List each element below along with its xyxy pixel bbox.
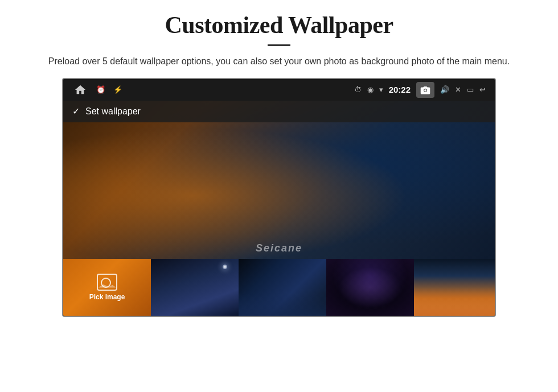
clock-icon: ⏱ [354,85,362,94]
wallpaper-preview: ✓ Set wallpaper Seicane [63,101,495,259]
checkmark-icon: ✓ [72,106,80,117]
status-right: ⏱ ◉ ▾ 20:22 🔊 ✕ ▭ ↩ [354,82,486,98]
svg-point-1 [424,89,426,91]
watermark: Seicane [256,242,302,254]
thumbnail-strip: Pick image [63,259,495,316]
status-left: ⏰ ⚡ [72,82,122,98]
back-icon[interactable]: ↩ [479,85,486,94]
device-mockup: ⏰ ⚡ ⏱ ◉ ▾ 20:22 🔊 ✕ ▭ ↩ [62,78,496,317]
home-icon [74,84,87,96]
wallpaper-thumb-3[interactable] [239,259,326,316]
home-button[interactable] [72,82,88,98]
set-wallpaper-bar: ✓ Set wallpaper [63,101,495,122]
title-divider [268,44,290,46]
camera-icon [420,85,430,94]
wallpaper-thumb-5[interactable] [414,259,495,316]
pick-image-label: Pick image [89,293,125,301]
time-display: 20:22 [389,85,411,94]
wallpaper-thumb-2[interactable] [151,259,239,316]
camera-button[interactable] [416,82,434,98]
location-icon: ◉ [367,85,374,94]
wifi-icon: ▾ [379,85,383,94]
set-wallpaper-label: Set wallpaper [85,106,141,117]
pick-image-thumb[interactable]: Pick image [63,259,151,316]
alarm-icon: ⏰ [96,85,105,94]
pick-image-icon [97,274,117,291]
close-icon[interactable]: ✕ [455,85,461,94]
window-icon[interactable]: ▭ [467,85,474,94]
wallpaper-thumb-4[interactable] [326,259,414,316]
page-title: Customized Wallpaper [17,11,541,39]
status-bar: ⏰ ⚡ ⏱ ◉ ▾ 20:22 🔊 ✕ ▭ ↩ [63,79,495,101]
volume-icon[interactable]: 🔊 [440,85,449,94]
page-wrapper: Customized Wallpaper Preload over 5 defa… [0,0,558,317]
usb-icon: ⚡ [113,85,122,94]
subtitle: Preload over 5 default wallpaper options… [17,54,541,69]
